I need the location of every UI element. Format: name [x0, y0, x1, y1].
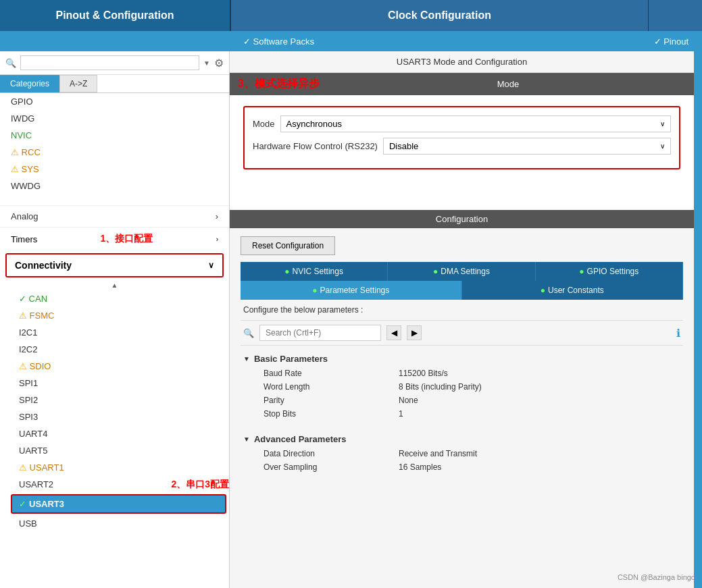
sidebar-tabs: Categories A->Z [0, 75, 229, 93]
sidebar-item-spi3[interactable]: SPI3 [8, 408, 229, 425]
sidebar-item-i2c1[interactable]: I2C1 [8, 324, 229, 341]
hw-flow-field-row: Hardware Flow Control (RS232) Disable ∨ [253, 138, 671, 155]
config-description: Configure the below parameters : [241, 300, 683, 321]
mode-spacer [230, 183, 694, 210]
param-stop-bits: Stop Bits 1 [243, 407, 680, 421]
hw-flow-dropdown-arrow: ∨ [660, 142, 665, 150]
sidebar-item-fsmc[interactable]: ⚠ FSMC [8, 307, 229, 324]
advanced-parameters-section: ▼ Advanced Parameters Data Direction Rec… [241, 426, 683, 479]
sidebar-item-nvic[interactable]: NVIC [0, 127, 229, 144]
header-extra [648, 0, 702, 31]
sidebar-item-usart1[interactable]: ⚠ USART1 [8, 459, 229, 476]
dma-tab-label: DMA Settings [441, 267, 490, 276]
subheader-right: ✓ Software Packs ✓ Pinout [230, 31, 702, 51]
sidebar-item-sdio[interactable]: ⚠ SDIO [8, 358, 229, 375]
sidebar-item-rcc[interactable]: ⚠ RCC [0, 144, 229, 161]
gpio-check-icon: ● [579, 267, 584, 276]
advanced-params-header[interactable]: ▼ Advanced Parameters [243, 431, 680, 447]
search-prev-btn[interactable]: ◀ [386, 325, 401, 340]
user-const-tab-label: User Constants [548, 286, 604, 295]
mode-field-label: Mode [253, 119, 275, 129]
search-next-btn[interactable]: ▶ [407, 325, 422, 340]
tab-gpio-settings[interactable]: ● GPIO Settings [536, 262, 683, 281]
sidebar-item-wwdg[interactable]: WWDG [0, 178, 229, 194]
mode-section-label: Mode [330, 79, 686, 89]
params-search-input[interactable] [259, 325, 381, 341]
sidebar: 🔍 ▼ ⚙ Categories A->Z GPIO IWDG NVIC ⚠ R… [0, 51, 230, 588]
connectivity-items: ✓ CAN ⚠ FSMC I2C1 I2C2 ⚠ SDIO SPI1 SPI2 … [0, 290, 229, 532]
sidebar-item-sys[interactable]: ⚠ SYS [0, 161, 229, 178]
clock-config-title[interactable]: Clock Configuration [230, 0, 648, 31]
collapse-arrow-adv-icon: ▼ [243, 435, 250, 443]
sidebar-item-usb[interactable]: USB [8, 515, 229, 532]
annotation-mode: 3、模式选择异步 [238, 77, 320, 91]
tabs-row2: ● Parameter Settings ● User Constants [241, 281, 683, 300]
param-word-length: Word Length 8 Bits (including Parity) [243, 380, 680, 394]
annotation-serial3: 2、串口3配置 [171, 479, 229, 491]
param-parity: Parity None [243, 394, 680, 407]
subheader-left-spacer [0, 31, 230, 51]
hw-flow-select[interactable]: Disable ∨ [383, 138, 671, 155]
subheader: ✓ Software Packs ✓ Pinout [0, 31, 702, 51]
tab-categories[interactable]: Categories [0, 75, 59, 92]
sidebar-item-usart2-row: USART2 2、串口3配置 [8, 476, 229, 493]
mode-select[interactable]: Asynchronous ∨ [280, 115, 671, 132]
chevron-down-icon: ∨ [208, 261, 214, 270]
dropdown-arrow-icon[interactable]: ▼ [203, 59, 210, 67]
gear-icon[interactable]: ⚙ [214, 57, 224, 70]
info-icon: ℹ [676, 327, 680, 340]
chevron-right-icon: › [216, 211, 218, 221]
mode-value: Asynchronous [286, 119, 342, 129]
gpio-tab-label: GPIO Settings [587, 267, 639, 276]
nvic-tab-label: NVIC Settings [293, 267, 343, 276]
sidebar-item-i2c2[interactable]: I2C2 [8, 341, 229, 358]
connectivity-header[interactable]: Connectivity ∨ [7, 255, 222, 276]
search-params-icon: 🔍 [243, 328, 254, 338]
config-section-header: Configuration [230, 210, 694, 228]
dma-check-icon: ● [433, 267, 438, 276]
config-section: Reset Configuration ● NVIC Settings ● DM… [230, 228, 694, 487]
tab-dma-settings[interactable]: ● DMA Settings [388, 262, 535, 281]
user-const-check-icon: ● [541, 286, 545, 295]
param-check-icon: ● [312, 286, 317, 295]
scroll-up-arrow[interactable]: ▲ [0, 280, 229, 290]
basic-parameters-section: ▼ Basic Parameters Baud Rate 115200 Bits… [241, 346, 683, 426]
watermark: CSDN @Bazinga bingo [618, 573, 695, 581]
sidebar-item-iwdg[interactable]: IWDG [0, 110, 229, 127]
tab-user-constants[interactable]: ● User Constants [462, 281, 684, 300]
sidebar-item-uart5[interactable]: UART5 [8, 442, 229, 459]
basic-params-header[interactable]: ▼ Basic Parameters [243, 351, 680, 367]
sidebar-item-spi2[interactable]: SPI2 [8, 392, 229, 408]
sidebar-item-usart3[interactable]: ✓ USART3 [11, 494, 226, 514]
reset-config-button[interactable]: Reset Configuration [241, 236, 335, 255]
search-input[interactable] [20, 55, 199, 70]
software-packs-btn[interactable]: ✓ Software Packs [243, 36, 314, 47]
pinout-config-title: Pinout & Configuration [0, 0, 230, 31]
param-data-direction: Data Direction Receive and Transmit [243, 447, 680, 460]
tab-atoz[interactable]: A->Z [59, 75, 97, 92]
hw-flow-value: Disable [389, 141, 418, 151]
sidebar-item-uart4[interactable]: UART4 [8, 425, 229, 442]
params-search-bar: 🔍 ◀ ▶ ℹ [241, 321, 683, 346]
mode-fields: Mode Asynchronous ∨ Hardware Flow Contro… [230, 95, 694, 183]
tabs-row1: ● NVIC Settings ● DMA Settings ● GPIO Se… [241, 262, 683, 281]
check-icon-usart3: ✓ [19, 499, 26, 509]
search-icon: 🔍 [5, 58, 16, 68]
mode-field-row: Mode Asynchronous ∨ [253, 115, 671, 132]
sidebar-category-analog[interactable]: Analog › [0, 205, 229, 227]
param-tab-label: Parameter Settings [320, 286, 390, 295]
content-area: USART3 Mode and Configuration 3、模式选择异步 M… [230, 51, 694, 588]
pinout-btn[interactable]: ✓ Pinout [654, 36, 688, 47]
usart3-label: USART3 [29, 499, 64, 509]
tab-nvic-settings[interactable]: ● NVIC Settings [241, 262, 388, 281]
sidebar-item-can[interactable]: ✓ CAN [8, 290, 229, 307]
connectivity-section: Connectivity ∨ [5, 253, 224, 277]
sidebar-item-spi1[interactable]: SPI1 [8, 375, 229, 392]
tab-parameter-settings[interactable]: ● Parameter Settings [241, 281, 462, 300]
mode-section-header: 3、模式选择异步 Mode [230, 73, 694, 95]
sidebar-category-timers[interactable]: Timers 1、接口配置 › [0, 227, 229, 250]
sidebar-item-usart2[interactable]: USART2 [8, 476, 166, 493]
right-scrollbar[interactable] [694, 51, 702, 588]
sidebar-item-gpio[interactable]: GPIO [0, 93, 229, 110]
param-over-sampling: Over Sampling 16 Samples [243, 460, 680, 474]
